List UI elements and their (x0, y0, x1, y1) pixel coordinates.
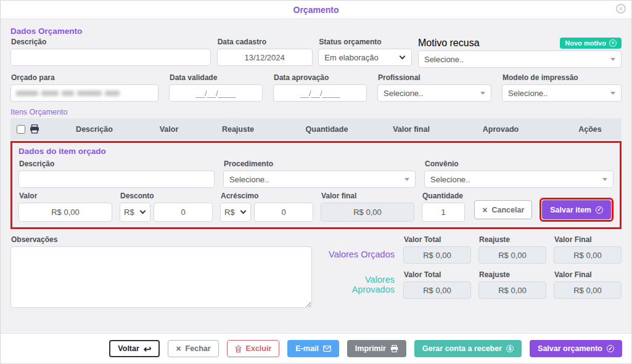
field-profissional: Profissional Selecione.. (377, 73, 491, 102)
quantidade-input[interactable] (422, 203, 465, 222)
dropdown-arrow-icon (602, 178, 607, 181)
orcados-valor-final-field: Valor Final (554, 235, 622, 264)
fechar-button[interactable]: × Fechar (168, 340, 218, 357)
convenio-label: Convênio (425, 160, 614, 168)
data-validade-input[interactable] (169, 84, 263, 102)
aprovados-valor-final-field: Valor Final (554, 270, 622, 299)
item-valor-final-label: Valor final (321, 192, 414, 200)
field-desconto: Desconto R$ (120, 192, 213, 222)
close-dialog-icon[interactable]: × (616, 4, 626, 14)
field-item-descricao: Descrição (18, 160, 215, 188)
desconto-unit-select[interactable]: R$ (120, 203, 150, 222)
column-header-descricao: Descrição (54, 125, 135, 134)
observacoes-textarea[interactable] (10, 246, 312, 308)
dialog-content: Dados Orçamento Descrição Data cadastro … (1, 19, 631, 308)
item-orcado-highlight-box: Dados do item orçado Descrição Procedime… (10, 141, 622, 229)
convenio-value: Selecione.. (430, 175, 470, 184)
orcados-valor-final-label: Valor Final (554, 235, 622, 244)
email-button[interactable]: E-mail (287, 340, 339, 357)
profissional-value: Selecione.. (384, 89, 423, 98)
orcado-para-input[interactable] (10, 84, 158, 102)
convenio-select[interactable]: Selecione.. (424, 171, 614, 188)
orcamento-dialog: Orçamento × Dados Orçamento Descrição Da… (0, 0, 632, 364)
column-header-acoes: Ações (559, 125, 621, 134)
redacted-patient-name (16, 91, 120, 96)
orcados-valor-final-input (554, 246, 622, 264)
plus-circle-icon: + (609, 39, 617, 47)
acrescimo-label: Acréscimo (221, 192, 313, 200)
field-acrescimo: Acréscimo R$ (220, 192, 313, 222)
dropdown-arrow-icon (404, 178, 409, 181)
select-all-checkbox[interactable] (17, 125, 25, 134)
item-row-2: Valor Desconto R$ Acréscimo (18, 192, 614, 222)
column-header-aprovado: Aprovado (442, 125, 559, 134)
acrescimo-input[interactable] (254, 203, 313, 222)
data-cadastro-label: Data cadastro (218, 38, 313, 46)
printer-icon (390, 345, 398, 352)
aprovados-valor-total-field: Valor Total (403, 270, 471, 299)
item-descricao-label: Descrição (19, 160, 215, 168)
item-descricao-input[interactable] (18, 171, 215, 188)
orcados-reajuste-input (478, 246, 546, 264)
dialog-titlebar: Orçamento (1, 1, 631, 19)
gerar-conta-button[interactable]: Gerar conta a receber $ (414, 340, 522, 357)
acrescimo-unit-select[interactable]: R$ (220, 203, 251, 222)
excluir-button[interactable]: Excluir (227, 340, 280, 357)
field-quantidade: Quantidade (422, 192, 465, 222)
save-item-highlight-box: Salvar item ✓ (540, 198, 614, 222)
field-procedimento: Procedimento Selecione.. (223, 160, 416, 188)
aprovados-valor-final-input (554, 281, 622, 299)
valores-column: Valores Orçados Valor Total Reajuste Val… (322, 235, 622, 308)
valores-orcados-heading: Valores Orçados (322, 249, 395, 260)
orcado-para-label: Orçado para (11, 73, 158, 82)
data-aprovacao-input[interactable] (273, 84, 367, 102)
desconto-input[interactable] (154, 203, 213, 222)
dropdown-arrow-icon (480, 92, 485, 95)
back-arrow-icon: ↩ (144, 344, 152, 354)
aprovados-reajuste-input (478, 281, 546, 299)
descricao-input[interactable] (10, 49, 211, 66)
cancel-item-label: Cancelar (491, 206, 524, 214)
dropdown-arrow-icon (610, 58, 615, 61)
quantidade-label: Quantidade (422, 192, 465, 200)
field-descricao: Descrição (10, 38, 211, 68)
item-valor-input[interactable] (18, 203, 112, 222)
aprovados-reajuste-label: Reajuste (479, 270, 546, 279)
motivo-recusa-select[interactable]: Selecione.. (418, 51, 622, 68)
field-modelo-impressao: Modelo de impressão Selecione.. (502, 73, 622, 102)
section-heading-item-orcado: Dados do item orçado (18, 147, 614, 156)
valores-orcados-row: Valores Orçados Valor Total Reajuste Val… (322, 235, 622, 264)
field-status-orcamento: Status orçamento Em elaboração (318, 38, 412, 68)
status-orcamento-label: Status orçamento (319, 38, 412, 46)
column-header-valor: Valor (135, 125, 203, 134)
dados-orcamento-row-1: Descrição Data cadastro Status orçamento… (10, 38, 622, 68)
save-item-button[interactable]: Salvar item ✓ (542, 200, 611, 219)
data-validade-label: Data validade (170, 73, 263, 82)
gerar-conta-label: Gerar conta a receber (422, 344, 502, 353)
descricao-label: Descrição (11, 38, 211, 46)
data-cadastro-input[interactable] (217, 49, 313, 66)
x-icon: × (176, 344, 181, 353)
orcados-valor-total-label: Valor Total (404, 235, 471, 244)
trash-icon (235, 345, 242, 353)
field-motivo-recusa: Motivo recusa Novo motivo + Selecione.. (418, 38, 622, 68)
fechar-label: Fechar (186, 344, 211, 353)
field-observacoes: Observações (10, 235, 312, 308)
cancel-item-button[interactable]: × Cancelar (474, 200, 532, 219)
chevron-down-icon (140, 208, 146, 214)
imprimir-button[interactable]: Imprimir (347, 340, 406, 357)
novo-motivo-button[interactable]: Novo motivo + (560, 38, 622, 49)
modelo-impressao-select[interactable]: Selecione.. (502, 84, 622, 102)
profissional-select[interactable]: Selecione.. (377, 84, 491, 102)
print-column-icon[interactable] (30, 124, 39, 134)
field-orcado-para: Orçado para (10, 73, 158, 102)
column-header-valor-final: Valor final (380, 125, 442, 134)
salvar-orcamento-button[interactable]: Salvar orçamento ✓ (530, 340, 622, 357)
status-orcamento-select[interactable]: Em elaboração (318, 49, 412, 66)
chevron-down-icon (400, 53, 406, 59)
modelo-impressao-label: Modelo de impressão (503, 73, 622, 82)
procedimento-select[interactable]: Selecione.. (223, 171, 416, 188)
voltar-button[interactable]: Voltar ↩ (109, 340, 160, 357)
aprovados-valor-total-input (403, 281, 471, 299)
procedimento-value: Selecione.. (229, 175, 269, 184)
